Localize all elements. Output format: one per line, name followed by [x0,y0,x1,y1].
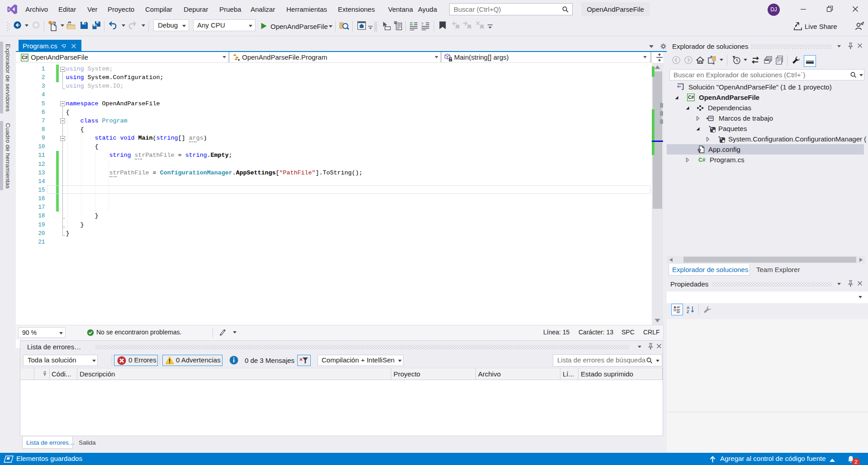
svg-text:Z: Z [687,310,689,314]
svg-text:C#: C# [22,55,28,60]
svg-text:C#: C# [698,157,706,163]
svg-text:?: ? [421,22,423,26]
svg-text:C#: C# [688,95,694,100]
